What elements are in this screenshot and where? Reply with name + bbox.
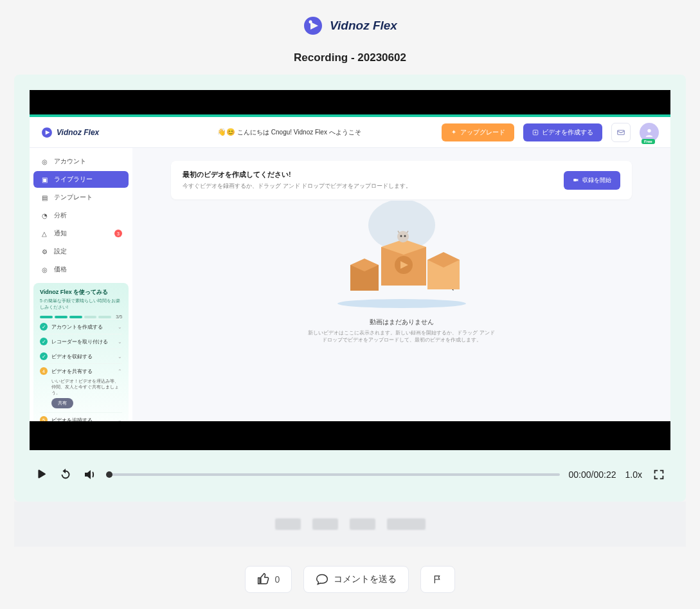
onboarding-card: Vidnoz Flex を使ってみる 5 の簡単な手順で素晴らしい時間をお楽しみ… <box>33 283 129 421</box>
sidebar-item-label: テンプレート <box>54 193 93 202</box>
time-display: 00:00/00:22 <box>569 469 616 480</box>
speed-button[interactable]: 1.0x <box>625 469 642 480</box>
sidebar-item-analytics[interactable]: ◔ 分析 <box>33 207 129 224</box>
onboard-progress: 3/5 <box>40 314 122 319</box>
sidebar-item-account[interactable]: ◎ アカウント <box>33 153 129 170</box>
sidebar-item-template[interactable]: ▤ テンプレート <box>33 189 129 206</box>
seek-bar[interactable] <box>107 473 560 476</box>
share-button[interactable]: 共有 <box>51 398 73 408</box>
check-icon: ✓ <box>40 338 48 345</box>
app-logo: Vidnoz Flex <box>41 127 99 138</box>
fullscreen-button[interactable] <box>651 467 667 482</box>
upgrade-button[interactable]: アップグレード <box>442 123 514 141</box>
record-label: 収録を開始 <box>582 176 611 185</box>
step-label: ビデオを収録する <box>51 353 93 360</box>
wave-emoji-icon: 👋😊 <box>217 128 235 136</box>
page-header: Vidnoz Flex Recording - 20230602 <box>294 0 406 75</box>
video-container: Vidnoz Flex 👋😊 こんにちは Cnogu! Vidnoz Flex … <box>14 75 686 502</box>
chevron-down-icon: ⌄ <box>118 417 122 421</box>
user-icon: ◎ <box>40 157 49 166</box>
mail-icon <box>616 128 625 137</box>
upgrade-label: アップグレード <box>460 128 505 137</box>
step-number-icon: 4 <box>40 367 48 375</box>
fullscreen-icon <box>652 468 666 482</box>
start-recording-button[interactable]: 収録を開始 <box>564 171 620 190</box>
progress-count: 3/5 <box>116 314 122 319</box>
mail-button[interactable] <box>611 123 631 142</box>
duration: 00:22 <box>593 469 616 480</box>
sidebar-item-label: アカウント <box>54 157 86 166</box>
chevron-up-icon: ⌃ <box>118 368 122 374</box>
onboard-step-4[interactable]: 4 ビデオを共有する ⌃ <box>40 363 122 378</box>
chart-icon: ◔ <box>40 211 49 220</box>
create-video-button[interactable]: ビデオを作成する <box>523 123 602 141</box>
play-button[interactable] <box>33 467 49 482</box>
like-count: 0 <box>275 574 280 585</box>
bell-icon: △ <box>40 229 49 238</box>
onboard-step-2[interactable]: ✓ レコーダーを取り付ける ⌄ <box>40 334 122 349</box>
comment-button[interactable]: コメントを送る <box>303 566 409 593</box>
sparkle-icon <box>451 129 457 136</box>
library-icon: ▣ <box>40 175 49 184</box>
check-icon: ✓ <box>40 352 48 360</box>
sidebar-item-label: 設定 <box>54 247 67 256</box>
loading-placeholder <box>14 502 686 547</box>
svg-point-0 <box>309 21 312 24</box>
comment-label: コメントを送る <box>334 574 397 585</box>
thumbs-up-icon <box>257 573 270 586</box>
brand-name: Vidnoz Flex <box>330 19 397 33</box>
app-logo-text: Vidnoz Flex <box>57 128 99 137</box>
replay-icon <box>58 468 73 482</box>
onboard-step-3[interactable]: ✓ ビデオを収録する ⌄ <box>40 349 122 363</box>
notification-badge: 3 <box>114 230 122 237</box>
speaker-icon <box>82 467 98 482</box>
play-icon <box>34 468 48 482</box>
user-avatar[interactable]: Free <box>640 123 659 142</box>
onboard-step-1[interactable]: ✓ アカウントを作成する ⌄ <box>40 319 122 334</box>
empty-state: 動画はまだありません 新しいビデオはここに表示されます。新しい録画を開始するか、… <box>171 201 632 343</box>
chevron-down-icon: ⌄ <box>118 324 122 330</box>
welcome-text: こんにちは Cnogu! Vidnoz Flex へようこそ <box>237 129 361 136</box>
create-label: ビデオを作成する <box>542 128 593 137</box>
sidebar: ◎ アカウント ▣ ライブラリー ▤ テンプレート ◔ <box>30 148 132 421</box>
sidebar-item-label: 通知 <box>54 229 67 238</box>
plus-icon <box>532 129 539 136</box>
flag-button[interactable] <box>420 566 455 593</box>
app-header: Vidnoz Flex 👋😊 こんにちは Cnogu! Vidnoz Flex … <box>30 117 670 148</box>
current-time: 00:00 <box>569 469 591 480</box>
video-frame[interactable]: Vidnoz Flex 👋😊 こんにちは Cnogu! Vidnoz Flex … <box>30 90 670 450</box>
check-icon: ✓ <box>40 323 48 331</box>
page-title: Recording - 20230602 <box>294 51 406 64</box>
app-logo-icon <box>41 127 53 138</box>
like-button[interactable]: 0 <box>245 566 292 593</box>
sidebar-item-label: ライブラリー <box>54 175 93 184</box>
svg-point-6 <box>337 299 466 308</box>
step-number-icon: 5 <box>40 416 48 421</box>
brand-logo: Vidnoz Flex <box>303 15 397 36</box>
svg-rect-4 <box>573 179 577 181</box>
sidebar-item-label: 価格 <box>54 265 67 274</box>
onboard-desc: 5 の簡単な手順で素晴らしい時間をお楽しみください! <box>40 298 122 311</box>
sidebar-item-notifications[interactable]: △ 通知 3 <box>33 225 129 242</box>
svg-point-3 <box>647 129 651 132</box>
camera-icon <box>573 177 579 183</box>
onboard-step-5[interactable]: 5 ビデオを追跡する ⌄ <box>40 412 122 421</box>
action-bar: 0 コメントを送る <box>14 547 686 609</box>
step-detail: いいビデオ！ビデオを埋込み等、仲間、友人と今すぐ共有しましょう。 <box>40 378 122 398</box>
sidebar-item-library[interactable]: ▣ ライブラリー <box>33 171 129 188</box>
volume-button[interactable] <box>82 467 98 482</box>
step-label: ビデオを追跡する <box>51 417 93 421</box>
recorded-app-screenshot: Vidnoz Flex 👋😊 こんにちは Cnogu! Vidnoz Flex … <box>30 117 670 421</box>
step-label: レコーダーを取り付ける <box>51 338 108 345</box>
empty-title: 動画はまだありません <box>171 318 632 327</box>
welcome-message: 👋😊 こんにちは Cnogu! Vidnoz Flex へようこそ <box>217 128 433 137</box>
player-controls: 00:00/00:22 1.0x <box>30 450 670 482</box>
gear-icon: ⚙ <box>40 247 49 256</box>
svg-point-13 <box>404 235 406 237</box>
sidebar-item-pricing[interactable]: ◎ 価格 <box>33 261 129 278</box>
step-label: アカウントを作成する <box>51 323 103 331</box>
replay-button[interactable] <box>58 467 73 482</box>
sidebar-item-settings[interactable]: ⚙ 設定 <box>33 243 129 260</box>
empty-illustration-icon <box>331 201 472 310</box>
flag-icon <box>433 573 443 586</box>
